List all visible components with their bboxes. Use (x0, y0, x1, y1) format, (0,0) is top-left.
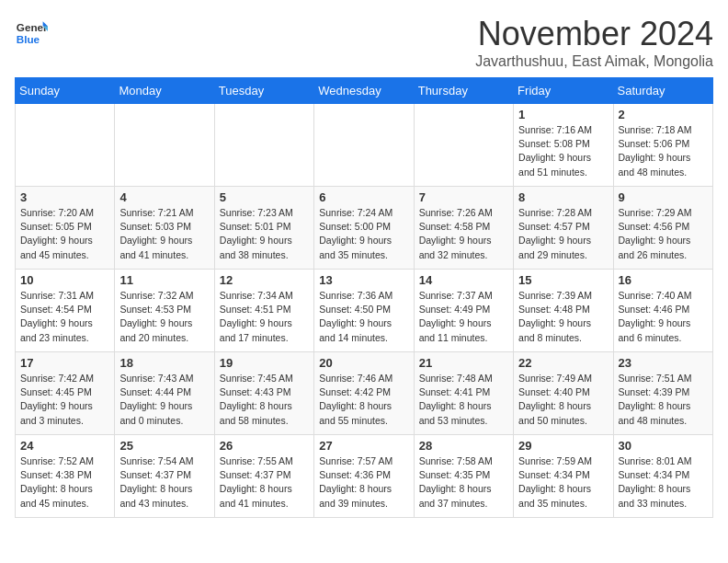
calendar-cell: 19Sunrise: 7:45 AM Sunset: 4:43 PM Dayli… (214, 352, 313, 435)
day-number: 30 (619, 439, 708, 453)
day-number: 2 (619, 108, 708, 121)
day-number: 18 (119, 356, 209, 370)
day-number: 24 (20, 439, 109, 453)
cell-info: Sunrise: 7:42 AM Sunset: 4:45 PM Dayligh… (20, 372, 109, 428)
calendar-cell: 12Sunrise: 7:34 AM Sunset: 4:51 PM Dayli… (214, 270, 313, 352)
day-number: 7 (419, 190, 508, 204)
cell-info: Sunrise: 7:29 AM Sunset: 4:56 PM Dayligh… (619, 206, 708, 262)
day-number: 28 (419, 439, 508, 453)
calendar-cell: 17Sunrise: 7:42 AM Sunset: 4:45 PM Dayli… (16, 352, 115, 435)
cell-info: Sunrise: 7:32 AM Sunset: 4:53 PM Dayligh… (119, 289, 209, 345)
day-number: 4 (119, 190, 209, 204)
cell-info: Sunrise: 7:43 AM Sunset: 4:44 PM Dayligh… (119, 372, 209, 428)
cell-info: Sunrise: 7:52 AM Sunset: 4:38 PM Dayligh… (20, 454, 109, 511)
day-header-wednesday: Wednesday (314, 78, 414, 104)
day-header-thursday: Thursday (414, 78, 513, 104)
day-number: 6 (319, 190, 408, 204)
cell-info: Sunrise: 7:45 AM Sunset: 4:43 PM Dayligh… (220, 372, 309, 428)
calendar-cell: 6Sunrise: 7:24 AM Sunset: 5:00 PM Daylig… (314, 187, 414, 270)
cell-info: Sunrise: 7:34 AM Sunset: 4:51 PM Dayligh… (220, 289, 309, 345)
cell-info: Sunrise: 7:59 AM Sunset: 4:34 PM Dayligh… (518, 454, 608, 511)
cell-info: Sunrise: 7:36 AM Sunset: 4:50 PM Dayligh… (319, 289, 408, 345)
cell-info: Sunrise: 7:39 AM Sunset: 4:48 PM Dayligh… (518, 289, 608, 345)
cell-info: Sunrise: 7:31 AM Sunset: 4:54 PM Dayligh… (20, 289, 109, 345)
calendar-cell: 3Sunrise: 7:20 AM Sunset: 5:05 PM Daylig… (16, 187, 115, 270)
calendar-table: SundayMondayTuesdayWednesdayThursdayFrid… (15, 77, 713, 518)
calendar-cell (314, 104, 414, 187)
day-number: 12 (220, 273, 309, 287)
cell-info: Sunrise: 7:48 AM Sunset: 4:41 PM Dayligh… (419, 372, 508, 428)
calendar-week-1: 1Sunrise: 7:16 AM Sunset: 5:08 PM Daylig… (16, 104, 713, 187)
cell-info: Sunrise: 7:40 AM Sunset: 4:46 PM Dayligh… (619, 289, 708, 345)
day-header-saturday: Saturday (613, 78, 712, 104)
cell-info: Sunrise: 7:54 AM Sunset: 4:37 PM Dayligh… (119, 454, 209, 511)
day-header-tuesday: Tuesday (214, 78, 313, 104)
cell-info: Sunrise: 8:01 AM Sunset: 4:34 PM Dayligh… (619, 454, 708, 511)
calendar-cell: 5Sunrise: 7:23 AM Sunset: 5:01 PM Daylig… (214, 187, 313, 270)
calendar-cell (115, 104, 214, 187)
day-number: 29 (518, 439, 608, 453)
cell-info: Sunrise: 7:51 AM Sunset: 4:39 PM Dayligh… (619, 372, 708, 428)
calendar-week-5: 24Sunrise: 7:52 AM Sunset: 4:38 PM Dayli… (16, 435, 713, 518)
day-number: 19 (220, 356, 309, 370)
calendar-cell: 23Sunrise: 7:51 AM Sunset: 4:39 PM Dayli… (613, 352, 712, 435)
cell-info: Sunrise: 7:55 AM Sunset: 4:37 PM Dayligh… (220, 454, 309, 511)
calendar-cell: 15Sunrise: 7:39 AM Sunset: 4:48 PM Dayli… (514, 270, 613, 352)
calendar-header: SundayMondayTuesdayWednesdayThursdayFrid… (16, 78, 713, 104)
day-number: 11 (119, 273, 209, 287)
calendar-cell: 8Sunrise: 7:28 AM Sunset: 4:57 PM Daylig… (514, 187, 613, 270)
cell-info: Sunrise: 7:21 AM Sunset: 5:03 PM Dayligh… (119, 206, 209, 262)
calendar-cell: 16Sunrise: 7:40 AM Sunset: 4:46 PM Dayli… (613, 270, 712, 352)
svg-text:Blue: Blue (17, 33, 40, 45)
day-header-monday: Monday (115, 78, 214, 104)
day-number: 1 (518, 108, 608, 121)
cell-info: Sunrise: 7:28 AM Sunset: 4:57 PM Dayligh… (518, 206, 608, 262)
calendar-week-2: 3Sunrise: 7:20 AM Sunset: 5:05 PM Daylig… (16, 187, 713, 270)
day-number: 10 (20, 273, 109, 287)
calendar-cell: 7Sunrise: 7:26 AM Sunset: 4:58 PM Daylig… (414, 187, 513, 270)
calendar-week-4: 17Sunrise: 7:42 AM Sunset: 4:45 PM Dayli… (16, 352, 713, 435)
day-number: 21 (419, 356, 508, 370)
calendar-cell: 9Sunrise: 7:29 AM Sunset: 4:56 PM Daylig… (613, 187, 712, 270)
page-header: General Blue November 2024 Javarthushuu,… (15, 15, 713, 70)
day-number: 15 (518, 273, 608, 287)
cell-info: Sunrise: 7:58 AM Sunset: 4:35 PM Dayligh… (419, 454, 508, 511)
calendar-cell: 27Sunrise: 7:57 AM Sunset: 4:36 PM Dayli… (314, 435, 414, 518)
calendar-cell: 30Sunrise: 8:01 AM Sunset: 4:34 PM Dayli… (613, 435, 712, 518)
day-number: 9 (619, 190, 708, 204)
day-number: 8 (518, 190, 608, 204)
cell-info: Sunrise: 7:49 AM Sunset: 4:40 PM Dayligh… (518, 372, 608, 428)
cell-info: Sunrise: 7:46 AM Sunset: 4:42 PM Dayligh… (319, 372, 408, 428)
calendar-cell: 28Sunrise: 7:58 AM Sunset: 4:35 PM Dayli… (414, 435, 513, 518)
day-number: 25 (119, 439, 209, 453)
calendar-cell (214, 104, 313, 187)
calendar-cell: 22Sunrise: 7:49 AM Sunset: 4:40 PM Dayli… (514, 352, 613, 435)
location-subtitle: Javarthushuu, East Aimak, Mongolia (475, 53, 713, 70)
calendar-cell: 21Sunrise: 7:48 AM Sunset: 4:41 PM Dayli… (414, 352, 513, 435)
calendar-cell: 13Sunrise: 7:36 AM Sunset: 4:50 PM Dayli… (314, 270, 414, 352)
day-number: 5 (220, 190, 309, 204)
day-number: 14 (419, 273, 508, 287)
calendar-week-3: 10Sunrise: 7:31 AM Sunset: 4:54 PM Dayli… (16, 270, 713, 352)
logo-icon: General Blue (15, 15, 48, 48)
calendar-cell: 29Sunrise: 7:59 AM Sunset: 4:34 PM Dayli… (514, 435, 613, 518)
calendar-cell: 26Sunrise: 7:55 AM Sunset: 4:37 PM Dayli… (214, 435, 313, 518)
day-number: 27 (319, 439, 408, 453)
cell-info: Sunrise: 7:16 AM Sunset: 5:08 PM Dayligh… (518, 123, 608, 179)
day-number: 16 (619, 273, 708, 287)
calendar-cell: 25Sunrise: 7:54 AM Sunset: 4:37 PM Dayli… (115, 435, 214, 518)
calendar-cell: 14Sunrise: 7:37 AM Sunset: 4:49 PM Dayli… (414, 270, 513, 352)
day-number: 17 (20, 356, 109, 370)
calendar-cell: 24Sunrise: 7:52 AM Sunset: 4:38 PM Dayli… (16, 435, 115, 518)
day-header-friday: Friday (514, 78, 613, 104)
cell-info: Sunrise: 7:24 AM Sunset: 5:00 PM Dayligh… (319, 206, 408, 262)
day-number: 20 (319, 356, 408, 370)
day-number: 26 (220, 439, 309, 453)
title-area: November 2024 Javarthushuu, East Aimak, … (475, 15, 713, 70)
calendar-cell: 1Sunrise: 7:16 AM Sunset: 5:08 PM Daylig… (514, 104, 613, 187)
cell-info: Sunrise: 7:37 AM Sunset: 4:49 PM Dayligh… (419, 289, 508, 345)
cell-info: Sunrise: 7:57 AM Sunset: 4:36 PM Dayligh… (319, 454, 408, 511)
cell-info: Sunrise: 7:26 AM Sunset: 4:58 PM Dayligh… (419, 206, 508, 262)
day-number: 22 (518, 356, 608, 370)
day-header-sunday: Sunday (16, 78, 115, 104)
